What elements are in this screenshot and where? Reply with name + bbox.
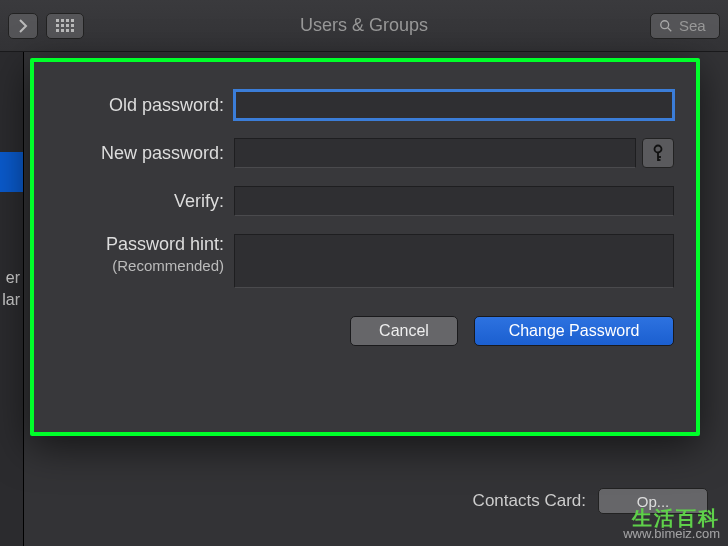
window-title: Users & Groups: [300, 15, 428, 36]
contacts-card-label: Contacts Card:: [473, 491, 586, 511]
verify-label: Verify:: [56, 191, 234, 212]
key-icon: [651, 144, 665, 162]
svg-line-1: [668, 27, 672, 31]
svg-point-0: [661, 20, 669, 28]
toolbar: Users & Groups Sea: [0, 0, 728, 52]
new-password-input[interactable]: [234, 138, 636, 168]
button-row: Cancel Change Password: [56, 316, 674, 346]
show-all-button[interactable]: [46, 13, 84, 39]
verify-row: Verify:: [56, 186, 674, 216]
back-button[interactable]: [8, 13, 38, 39]
old-password-label: Old password:: [56, 95, 234, 116]
verify-input[interactable]: [234, 186, 674, 216]
svg-point-2: [655, 146, 662, 153]
sidebar-selected-item[interactable]: [0, 152, 23, 192]
password-assistant-button[interactable]: [642, 138, 674, 168]
old-password-row: Old password:: [56, 90, 674, 120]
change-password-button[interactable]: Change Password: [474, 316, 674, 346]
grid-icon: [56, 19, 74, 32]
cancel-button[interactable]: Cancel: [350, 316, 458, 346]
new-password-row: New password:: [56, 138, 674, 168]
sidebar-partial-text: er lar: [2, 267, 20, 311]
search-placeholder: Sea: [679, 17, 706, 34]
chevron-right-icon: [18, 19, 28, 33]
watermark: 生活百科 www.bimeiz.com: [623, 510, 720, 542]
search-wrap: Sea: [650, 13, 720, 39]
hint-label: Password hint: (Recommended): [56, 234, 234, 274]
hint-row: Password hint: (Recommended): [56, 234, 674, 288]
hint-input[interactable]: [234, 234, 674, 288]
sidebar: er lar: [0, 52, 24, 546]
search-input[interactable]: Sea: [650, 13, 720, 39]
new-password-label: New password:: [56, 143, 234, 164]
change-password-sheet: Old password: New password: Verify: Pass…: [30, 58, 700, 436]
search-icon: [659, 19, 673, 33]
old-password-input[interactable]: [234, 90, 674, 120]
